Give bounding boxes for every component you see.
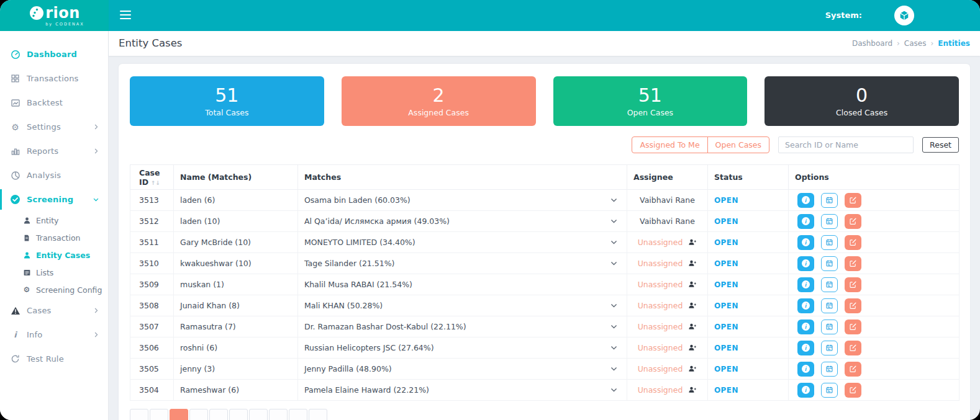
info-button[interactable]: i (797, 298, 814, 313)
breadcrumb-cases[interactable]: Cases (904, 31, 927, 56)
sidebar-item-cases[interactable]: Cases (0, 298, 108, 323)
status-badge: OPEN (714, 280, 738, 289)
sidebar-item-screening[interactable]: Screening (0, 187, 108, 212)
sidebar-item-settings[interactable]: ⚙ Settings (0, 115, 108, 139)
grid-icon (10, 73, 20, 84)
topbar: System: (109, 0, 980, 31)
reset-button[interactable]: Reset (922, 137, 959, 153)
chevron-down-icon[interactable] (610, 238, 618, 246)
chevron-right-icon (93, 148, 99, 154)
chevron-down-icon[interactable] (610, 259, 618, 267)
assign-user-icon[interactable] (688, 238, 697, 246)
case-id-cell: 3505 (139, 364, 159, 373)
edit-button[interactable] (845, 383, 861, 398)
chevron-down-icon[interactable] (610, 386, 618, 394)
chevron-down-icon[interactable] (610, 365, 618, 373)
info-button[interactable]: i (797, 319, 814, 334)
chevron-down-icon[interactable] (610, 323, 618, 331)
calendar-button[interactable] (821, 214, 838, 229)
info-button[interactable]: i (797, 277, 814, 292)
page-button[interactable] (130, 409, 148, 420)
edit-button[interactable] (845, 298, 861, 313)
info-button[interactable]: i (797, 362, 814, 377)
page-button[interactable] (269, 409, 288, 420)
total-cases-card: 51 Total Cases (130, 76, 324, 126)
table-row: 3513 laden (6) Osama bin Laden (60.03%) … (130, 190, 960, 211)
calendar-button[interactable] (821, 383, 838, 398)
sidebar-item-transactions[interactable]: Transactions (0, 66, 108, 91)
edit-button[interactable] (845, 235, 861, 250)
sidebar-item-reports[interactable]: Reports (0, 139, 108, 163)
chevron-down-icon (93, 196, 99, 203)
sidebar-item-lists[interactable]: Lists (0, 264, 108, 281)
info-button[interactable]: i (797, 193, 814, 208)
assign-user-icon[interactable] (688, 259, 697, 267)
calendar-button[interactable] (821, 341, 838, 355)
page-button[interactable] (209, 409, 228, 420)
page-button[interactable] (249, 409, 268, 420)
sidebar-item-label: Settings (27, 122, 93, 132)
search-input[interactable] (778, 136, 914, 153)
sidebar-item-dashboard[interactable]: Dashboard (0, 42, 108, 66)
sidebar-item-screening-config[interactable]: ⚙ Screening Config (0, 281, 108, 298)
sidebar: Dashboard Transactions Backtest ⚙ Settin… (0, 31, 109, 420)
chevron-right-icon (93, 331, 99, 338)
assign-user-icon[interactable] (688, 344, 697, 352)
page-button[interactable] (309, 409, 327, 420)
sidebar-item-backtest[interactable]: Backtest (0, 91, 108, 115)
chevron-down-icon[interactable] (610, 344, 618, 352)
case-id-cell: 3511 (139, 238, 159, 247)
assigned-to-me-filter-button[interactable]: Assigned To Me (632, 136, 707, 153)
status-badge: OPEN (714, 365, 738, 373)
sidebar-item-label: Reports (27, 146, 93, 156)
system-selector[interactable] (894, 6, 914, 25)
chevron-down-icon[interactable] (610, 196, 618, 204)
sidebar-item-entity[interactable]: Entity (0, 212, 108, 229)
calendar-button[interactable] (821, 298, 838, 313)
info-button[interactable]: i (797, 235, 814, 250)
calendar-button[interactable] (821, 256, 838, 271)
column-header-case-id[interactable]: Case ID↑↓ (130, 165, 174, 190)
info-button[interactable]: i (797, 214, 814, 229)
info-button[interactable]: i (797, 256, 814, 271)
chevron-down-icon[interactable] (610, 217, 618, 225)
page-button[interactable] (229, 409, 248, 420)
sidebar-item-entity-cases[interactable]: Entity Cases (0, 246, 108, 264)
sidebar-item-test-rule[interactable]: Test Rule (0, 347, 108, 371)
page-button[interactable] (150, 409, 168, 420)
sidebar-item-info[interactable]: i Info (0, 323, 108, 347)
breadcrumb-dashboard[interactable]: Dashboard (852, 31, 892, 56)
page-title: Entity Cases (119, 31, 182, 56)
page-button[interactable] (189, 409, 208, 420)
page-button[interactable] (289, 409, 307, 420)
calendar-button[interactable] (821, 235, 838, 250)
calendar-button[interactable] (821, 319, 838, 334)
edit-button[interactable] (845, 362, 861, 377)
edit-button[interactable] (845, 341, 861, 355)
sidebar-item-transaction[interactable]: Transaction (0, 229, 108, 246)
edit-button[interactable] (845, 277, 861, 292)
info-button[interactable]: i (797, 383, 814, 398)
assign-user-icon[interactable] (688, 365, 697, 373)
assign-user-icon[interactable] (688, 323, 697, 331)
assign-user-icon[interactable] (688, 386, 697, 394)
edit-button[interactable] (845, 214, 861, 229)
sort-icon[interactable]: ↑↓ (151, 180, 160, 186)
name-cell: Rameshwar (6) (180, 385, 239, 395)
page-button[interactable] (170, 409, 188, 420)
edit-button[interactable] (845, 319, 861, 334)
sidebar-item-analysis[interactable]: Analysis (0, 163, 108, 187)
open-cases-filter-button[interactable]: Open Cases (707, 136, 769, 153)
edit-button[interactable] (845, 256, 861, 271)
refresh-icon (10, 354, 20, 364)
chevron-down-icon[interactable] (610, 302, 618, 310)
assign-user-icon[interactable] (688, 302, 697, 310)
gauge-icon (10, 49, 20, 60)
hamburger-menu-icon[interactable] (120, 11, 131, 19)
assign-user-icon[interactable] (688, 280, 697, 288)
info-button[interactable]: i (797, 341, 814, 355)
edit-button[interactable] (845, 193, 861, 208)
calendar-button[interactable] (821, 362, 838, 377)
calendar-button[interactable] (821, 193, 838, 208)
calendar-button[interactable] (821, 277, 838, 292)
